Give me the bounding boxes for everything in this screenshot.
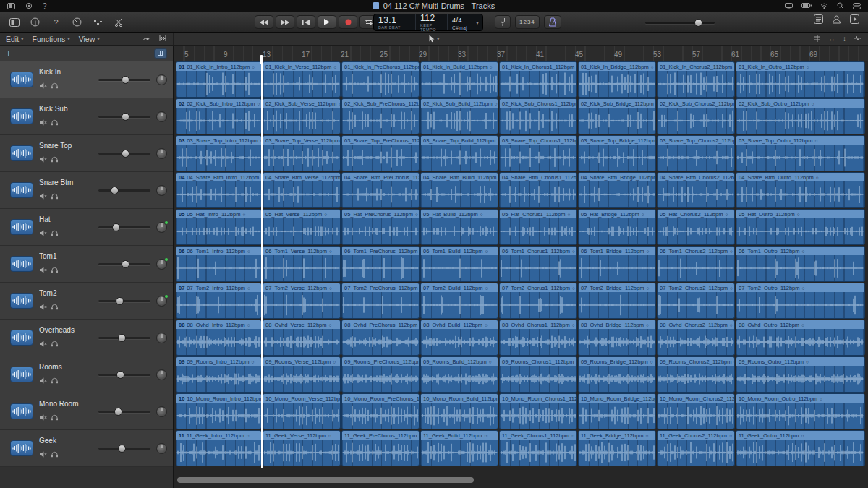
mute-button[interactable] [39, 374, 47, 387]
track-header[interactable]: Geek [0, 430, 173, 467]
audio-region[interactable]: 04_Snare_Btm_Outro_112bpm○ [736, 172, 865, 208]
pan-knob[interactable] [156, 148, 167, 159]
mute-button[interactable] [39, 411, 47, 424]
slider-thumb[interactable] [122, 113, 129, 121]
audio-region[interactable]: 02_Kick_Sub_Verse_112bpm○ [263, 98, 341, 134]
audio-region[interactable]: 02_Kick_Sub_PreChorus_112bpm○ [341, 98, 420, 134]
flex-icon[interactable] [158, 35, 167, 43]
slider-thumb[interactable] [116, 371, 124, 379]
audio-region[interactable]: 09_Rooms_PreChorus_112bpm○ [341, 356, 420, 393]
audio-region[interactable]: 1111_Geek_Intro_112bpm○ [176, 430, 262, 466]
audio-region[interactable]: 03_Snare_Top_PreChorus_112bpm○ [341, 135, 420, 171]
slider-thumb[interactable] [118, 445, 126, 453]
track-volume-slider[interactable] [98, 186, 150, 195]
audio-region[interactable]: 05_Hat_Bridge_112bpm○ [578, 209, 656, 245]
audio-region[interactable]: 03_Snare_Top_Build_112bpm○ [420, 135, 498, 171]
solo-button[interactable] [51, 79, 59, 92]
audio-region[interactable]: 10_Mono_Room_Chorus1_112bpm○ [499, 393, 577, 429]
pan-knob[interactable] [156, 333, 167, 343]
audio-region[interactable]: 04_Snare_Btm_PreChorus_112bpm○ [341, 172, 420, 208]
audio-region[interactable]: 06_Tom1_PreChorus_112bpm○ [341, 246, 420, 282]
slider-thumb[interactable] [122, 76, 129, 84]
media-browser-icon[interactable] [850, 14, 859, 24]
audio-region[interactable]: 11_Geek_Chorus1_112bpm○ [499, 430, 577, 466]
pan-knob[interactable] [156, 222, 167, 233]
audio-region[interactable]: 09_Rooms_Chorus2_112bpm○ [657, 356, 735, 393]
audio-region[interactable]: 10_Mono_Room_PreChorus_112bpm○ [341, 393, 420, 429]
battery-icon[interactable] [801, 3, 812, 9]
track-header-config-button[interactable] [154, 48, 167, 59]
zoom-vertical-icon[interactable]: ↕ [843, 35, 846, 43]
record-button[interactable] [339, 15, 357, 29]
display-icon[interactable] [785, 3, 793, 9]
audio-region[interactable]: 09_Rooms_Bridge_112bpm○ [578, 356, 656, 393]
audio-region[interactable]: 02_Kick_Sub_Bridge_112bpm○ [578, 98, 656, 134]
audio-region[interactable]: 08_Ovhd_Build_112bpm○ [420, 320, 498, 356]
mixer-button[interactable] [90, 14, 106, 30]
track-volume-slider[interactable] [98, 112, 150, 121]
track-volume-slider[interactable] [98, 75, 150, 85]
track-volume-slider[interactable] [98, 296, 150, 306]
track-header[interactable]: Kick Sub [0, 98, 173, 135]
audio-region[interactable]: 08_Ovhd_Verse_112bpm○ [263, 320, 341, 356]
audio-region[interactable]: 0909_Rooms_Intro_112bpm○ [176, 356, 262, 393]
audio-region[interactable]: 04_Snare_Btm_Chorus1_112bpm○ [499, 172, 577, 208]
audio-region[interactable]: 0202_Kick_Sub_Intro_112bpm○ [176, 98, 262, 134]
audio-region[interactable]: 11_Geek_Outro_112bpm○ [736, 430, 865, 466]
pan-knob[interactable] [156, 443, 167, 454]
bar-ruler[interactable]: 59131721252933374145495357616569 [174, 46, 868, 61]
audio-region[interactable]: 06_Tom1_Verse_112bpm○ [263, 246, 341, 282]
lcd-key-signature[interactable]: 4/4 C#maj [448, 14, 474, 30]
track-header[interactable]: Mono Room [0, 393, 173, 430]
audio-region[interactable]: 08_Ovhd_PreChorus_112bpm○ [341, 320, 420, 356]
pan-knob[interactable] [156, 406, 167, 417]
pan-knob[interactable] [156, 296, 167, 307]
audio-region[interactable]: 04_Snare_Btm_Verse_112bpm○ [263, 172, 341, 208]
audio-region[interactable]: 07_Tom2_PreChorus_112bpm○ [341, 283, 420, 319]
smart-controls-button[interactable] [69, 14, 85, 30]
audio-region[interactable]: 04_Snare_Btm_Build_112bpm○ [420, 172, 498, 208]
pan-knob[interactable] [156, 111, 167, 122]
track-header[interactable]: Overheads [0, 320, 173, 356]
audio-region[interactable]: 01_Kick_In_Outro_112bpm○ [736, 61, 865, 98]
track-volume-slider[interactable] [98, 223, 150, 232]
automation-icon[interactable] [142, 35, 153, 43]
audio-region[interactable]: 06_Tom1_Chorus2_112bpm○ [657, 246, 735, 282]
track-volume-slider[interactable] [98, 444, 150, 453]
audio-region[interactable]: 02_Kick_Sub_Outro_112bpm○ [736, 98, 865, 134]
audio-region[interactable]: 07_Tom2_Verse_112bpm○ [263, 283, 341, 319]
audio-region[interactable]: 08_Ovhd_Chorus1_112bpm○ [499, 320, 577, 356]
track-header[interactable]: Snare Top [0, 135, 173, 172]
slider-thumb[interactable] [122, 260, 129, 268]
audio-region[interactable]: 03_Snare_Top_Chorus1_112bpm○ [499, 135, 577, 171]
audio-region[interactable]: 0606_Tom1_Intro_112bpm○ [176, 246, 262, 282]
audio-region[interactable]: 08_Ovhd_Bridge_112bpm○ [578, 320, 656, 356]
audio-region[interactable]: 07_Tom2_Bridge_112bpm○ [578, 283, 656, 319]
audio-region[interactable]: 02_Kick_Sub_Chorus1_112bpm○ [499, 98, 577, 134]
track-volume-slider[interactable] [98, 333, 150, 343]
mute-button[interactable] [39, 189, 47, 202]
slider-thumb[interactable] [114, 408, 122, 416]
slider-thumb[interactable] [116, 297, 124, 305]
audio-region[interactable]: 09_Rooms_Outro_112bpm○ [736, 356, 865, 393]
slider-thumb[interactable] [111, 187, 119, 194]
catch-playhead-icon[interactable] [814, 35, 821, 43]
audio-region[interactable]: 01_Kick_In_Build_112bpm○ [420, 61, 498, 98]
audio-region[interactable]: 1010_Mono_Room_Intro_112bpm○ [176, 393, 262, 429]
audio-region[interactable]: 09_Rooms_Build_112bpm○ [420, 356, 498, 393]
audio-region[interactable]: 10_Mono_Room_Outro_112bpm○ [736, 393, 865, 429]
audio-region[interactable]: 10_Mono_Room_Bridge_112bpm○ [578, 393, 656, 429]
solo-button[interactable] [51, 226, 59, 239]
quick-help-button[interactable]: ? [48, 14, 64, 30]
mute-button[interactable] [39, 153, 47, 166]
master-volume-slider[interactable] [645, 19, 715, 27]
view-menu[interactable]: View▾ [79, 35, 100, 43]
lcd-options-chevron-icon[interactable]: ▾ [474, 14, 481, 30]
audio-region[interactable]: 06_Tom1_Build_112bpm○ [420, 246, 498, 282]
search-icon[interactable] [837, 2, 844, 9]
audio-region[interactable]: 08_Ovhd_Chorus2_112bpm○ [657, 320, 735, 356]
audio-region[interactable]: 07_Tom2_Outro_112bpm○ [736, 283, 865, 319]
audio-region[interactable]: 06_Tom1_Bridge_112bpm○ [578, 246, 656, 282]
solo-button[interactable] [51, 263, 59, 276]
audio-region[interactable]: 10_Mono_Room_Chorus2_112bpm○ [657, 393, 735, 429]
